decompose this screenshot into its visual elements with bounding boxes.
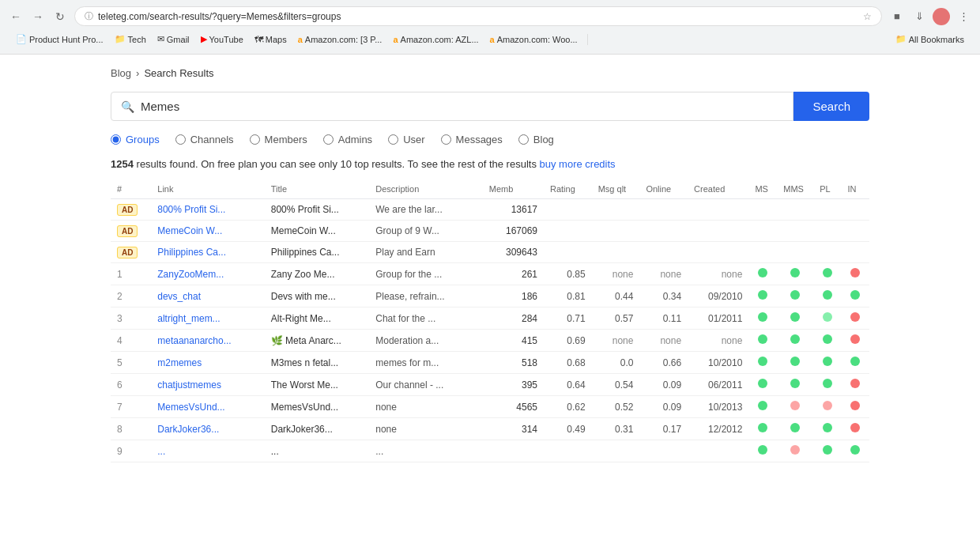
cell-in (842, 308, 869, 330)
cell-title: Devs with me... (265, 285, 369, 308)
cell-online: 0.09 (639, 396, 688, 418)
cell-members: 186 (483, 285, 544, 308)
all-bookmarks-label: All Bookmarks (909, 35, 964, 44)
cell-members: 284 (483, 308, 544, 330)
more-button[interactable]: ⋮ (955, 8, 972, 25)
green-dot (850, 357, 860, 366)
bookmark-tech[interactable]: 📁 Tech (110, 32, 151, 46)
results-info: 1254 results found. On free plan you can… (111, 158, 869, 170)
bookmark-label: Product Hunt Pro... (29, 35, 104, 44)
result-link[interactable]: altright_mem... (157, 313, 220, 324)
result-link[interactable]: chatjustmemes (157, 379, 221, 391)
filter-user[interactable]: User (388, 134, 424, 145)
green-dot (790, 357, 800, 366)
green-dot (758, 334, 767, 344)
search-input-wrapper: 🔍 (111, 92, 793, 121)
cell-ms (748, 330, 777, 352)
green-dot (790, 312, 800, 322)
bookmark-amazon1[interactable]: a Amazon.com: [3 P... (293, 33, 387, 46)
filter-messages-label: Messages (456, 134, 503, 145)
cell-num: 4 (111, 330, 151, 352)
search-button[interactable]: Search (793, 92, 869, 121)
table-body: AD800% Profit Si...800% Profit Si...We a… (111, 199, 869, 462)
cell-members (483, 440, 544, 462)
cell-msg-qlt: 0.0 (592, 352, 640, 374)
extensions-button[interactable]: ■ (888, 8, 906, 25)
result-link[interactable]: 800% Profit Si... (157, 204, 225, 215)
cell-num: AD (111, 242, 151, 263)
result-link[interactable]: devs_chat (157, 291, 201, 302)
cell-members: 395 (483, 374, 544, 396)
header-pl: PL (813, 179, 841, 199)
cell-dot-0 (748, 242, 777, 263)
filter-blog[interactable]: Blog (518, 134, 554, 145)
red-dot (850, 423, 860, 432)
result-link[interactable]: ZanyZooMem... (157, 269, 224, 280)
result-link[interactable]: m2memes (157, 357, 202, 368)
cell-msg-qlt: 0.52 (592, 396, 640, 418)
cell-online (639, 221, 688, 242)
cell-members: 261 (483, 263, 544, 285)
salmon-dot (790, 445, 800, 455)
result-link[interactable]: ... (157, 446, 165, 457)
address-bar-icon: ⓘ (85, 10, 93, 22)
result-link[interactable]: MemesVsUnd... (157, 402, 224, 413)
filter-channels[interactable]: Channels (175, 134, 234, 145)
filter-groups-label: Groups (126, 134, 160, 145)
green-dot (850, 445, 860, 455)
bookmark-amazon2[interactable]: a Amazon.com: AZL... (388, 33, 483, 46)
breadcrumb-separator: › (136, 67, 139, 79)
bookmark-gmail[interactable]: ✉ Gmail (153, 32, 194, 46)
cell-dot-0 (748, 199, 777, 221)
reload-button[interactable]: ↻ (52, 9, 68, 25)
filter-groups[interactable]: Groups (111, 134, 160, 145)
cell-online: 0.34 (639, 285, 688, 308)
filter-admins[interactable]: Admins (323, 134, 372, 145)
address-bar[interactable]: ⓘ teleteg.com/search-results/?query=Meme… (74, 6, 882, 26)
bookmark-youtube[interactable]: ▶ YouTube (196, 32, 248, 46)
result-link[interactable]: DarkJoker36... (157, 424, 219, 435)
bookmark-product-hunt[interactable]: 📄 Product Hunt Pro... (11, 32, 108, 46)
cell-pl (813, 352, 841, 374)
green-dot (758, 268, 767, 277)
table-row: 9......... (111, 440, 869, 462)
filter-members[interactable]: Members (250, 134, 307, 145)
bookmark-maps[interactable]: 🗺 Maps (250, 33, 292, 46)
folder-icon: 📁 (895, 34, 906, 44)
breadcrumb-home-link[interactable]: Blog (111, 67, 131, 79)
result-link[interactable]: MemeCoin W... (157, 225, 222, 236)
ad-badge: AD (117, 247, 138, 259)
bookmark-amazon3[interactable]: a Amazon.com: Woo... (485, 33, 582, 46)
cell-ms (748, 440, 777, 462)
cell-num: AD (111, 221, 151, 242)
cell-title: M3mes n fetal... (265, 352, 369, 374)
all-bookmarks-button[interactable]: 📁 All Bookmarks (891, 32, 969, 46)
download-button[interactable]: ⇓ (910, 8, 928, 25)
buy-credits-link[interactable]: buy more credits (540, 158, 616, 170)
ad-badge: AD (117, 204, 138, 216)
green-dot (790, 268, 800, 277)
header-link: Link (151, 179, 265, 199)
cell-online: 0.66 (639, 352, 688, 374)
bookmark-icon: a (393, 35, 398, 44)
cell-created: 12/2012 (688, 418, 748, 440)
cell-pl (813, 308, 841, 330)
forward-button[interactable]: → (30, 9, 46, 25)
bookmark-star-icon[interactable]: ☆ (863, 11, 872, 22)
cell-title: MemesVsUnd... (265, 396, 369, 418)
cell-rating: 0.85 (544, 263, 592, 285)
bookmarks-bar: 📄 Product Hunt Pro... 📁 Tech ✉ Gmail ▶ Y… (8, 31, 972, 47)
filter-channels-label: Channels (190, 134, 234, 145)
search-input[interactable] (141, 100, 783, 113)
back-button[interactable]: ← (8, 9, 24, 25)
profile-button[interactable] (933, 8, 950, 25)
cell-num: 5 (111, 352, 151, 374)
filter-messages[interactable]: Messages (441, 134, 503, 145)
table-row: 7MemesVsUnd...MemesVsUnd...none45650.620… (111, 396, 869, 418)
green-dot (758, 312, 767, 322)
result-link[interactable]: Philippines Ca... (157, 247, 226, 258)
cell-link: chatjustmemes (151, 374, 265, 396)
result-link[interactable]: metaananarcho... (157, 335, 231, 346)
cell-title: Zany Zoo Me... (265, 263, 369, 285)
cell-dot-1 (777, 242, 813, 263)
